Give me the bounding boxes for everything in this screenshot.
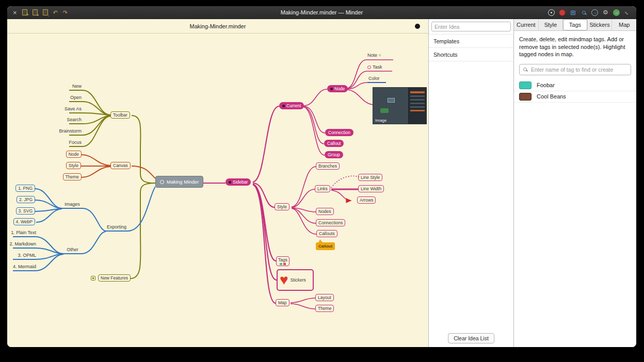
map-node-jpg[interactable]: 2. JPG [17,196,35,203]
map-node-png[interactable]: 1. PNG [15,185,35,192]
map-node-links[interactable]: Links [315,185,330,192]
undo-icon[interactable]: ↶ [53,10,58,15]
fullscreen-icon[interactable]: ↔ [624,9,631,16]
map-node-save-as[interactable]: Save As [45,106,82,111]
map-node-current[interactable]: Current [279,102,304,109]
map-node-new[interactable]: New [45,84,82,89]
map-node-callouts[interactable]: Callouts [316,230,337,237]
idea-input[interactable] [431,22,511,31]
settings-gear-icon[interactable]: ⚙ [602,9,609,16]
map-node-open[interactable]: Open [45,95,82,100]
map-node-arrows[interactable]: Arrows [357,196,376,204]
redo-icon[interactable]: ↷ [63,10,68,15]
save-document-icon[interactable] [43,9,48,15]
heart-sticker-icon: ♥ [280,273,288,287]
connection-label: Connection [328,130,350,135]
teal-swatch-icon [280,263,282,265]
inspector-panel: Current Style Tags Stickers Map Create, … [514,19,636,347]
map-node-search[interactable]: Search [45,117,82,122]
map-node-image-thumbnail[interactable]: Image [373,87,427,124]
map-node-map[interactable]: Map [276,299,289,306]
map-node-canvas-style[interactable]: Style [66,162,81,169]
document-title: Making-Minder.minder [190,23,246,29]
map-node-canvas-theme[interactable]: Theme [63,173,82,180]
idea-list-item-shortcuts[interactable]: Shortcuts [429,48,513,61]
map-node-nodes[interactable]: Nodes [316,208,334,215]
export-icon[interactable]: → [591,9,598,16]
tag-swatches [278,263,287,265]
map-node-new-features[interactable]: New Features [98,274,131,282]
new-document-icon[interactable] [22,9,27,15]
tag-list: Foobar Cool Beans [514,80,636,103]
map-node-canvas[interactable]: Canvas [110,162,131,169]
tab-stickers[interactable]: Stickers [588,19,613,30]
map-node-opml[interactable]: 3. OPML [7,253,36,258]
focus-mode-icon[interactable]: → [613,9,620,16]
link-badge-icon [91,276,95,281]
map-node-line-style[interactable]: Line Style [358,174,382,181]
inspector-tab-bar: Current Style Tags Stickers Map [514,19,636,31]
close-button[interactable]: × [13,9,17,16]
map-node-brainstorm[interactable]: Brainstorm [45,128,82,134]
callout-sticker[interactable]: Callout [316,242,335,250]
tag-name: Foobar [537,82,555,88]
node-label: Node [334,86,345,91]
map-node-line-width[interactable]: Line Width [358,185,384,192]
tag-search-box[interactable] [519,64,631,75]
thumbnail-shape [380,108,389,113]
color-label: Color [368,76,380,81]
map-node-task[interactable]: Task [367,64,382,70]
clear-idea-list-button[interactable]: Clear Idea List [448,333,494,343]
map-node-toolbar[interactable]: Toolbar [110,111,130,119]
idea-list: Templates Shortcuts [429,34,513,61]
map-node-focus[interactable]: Focus [45,140,82,145]
map-node-callout[interactable]: Callout [324,140,344,147]
map-node-tags[interactable]: Tags [276,256,289,266]
thumbnail-shape [388,98,395,103]
map-node-markdown[interactable]: 2. Markdown [7,241,36,246]
idea-panel: Templates Shortcuts Clear Idea List [428,19,514,347]
titlebar-right-actions: ⊞ → ⚙ → ↔ [548,9,636,16]
note-lines-icon: ≡ [379,53,381,58]
map-node-connections[interactable]: Connections [316,219,345,226]
map-node-images[interactable]: Images [62,202,83,207]
map-node-sidebar[interactable]: Sidebar [226,178,251,186]
record-icon[interactable] [559,9,566,16]
tag-row-cool-beans[interactable]: Cool Beans [514,91,636,103]
idea-list-item-templates[interactable]: Templates [429,35,513,48]
tab-tags[interactable]: Tags [563,19,588,30]
tab-style[interactable]: Style [539,19,564,30]
map-node-root[interactable]: Making Minder [155,176,203,188]
map-node-style[interactable]: Style [275,203,289,210]
brainstorm-bulb-icon[interactable] [548,9,555,16]
map-node-mermaid[interactable]: 4. Mermaid [7,264,36,269]
tab-current[interactable]: Current [514,19,539,30]
map-node-map-theme[interactable]: Theme [315,305,334,312]
map-node-other[interactable]: Other [63,247,82,252]
node-dot-icon [282,105,285,107]
document-title-bar: Making-Minder.minder [7,19,428,34]
map-node-current-node[interactable]: Node [327,85,348,92]
map-node-note[interactable]: Note ≡ [367,53,381,58]
map-node-color[interactable]: Color [368,76,380,81]
map-node-branches[interactable]: Branches [316,162,340,170]
zoom-icon[interactable] [581,9,587,16]
map-node-connection[interactable]: Connection [325,129,353,136]
mindmap-canvas[interactable]: Making-Minder.minder [7,19,428,347]
map-node-plain-text[interactable]: 1. Plain Text [7,230,36,235]
current-label: Current [286,103,301,108]
map-node-layout[interactable]: Layout [315,294,334,301]
tab-map[interactable]: Map [612,19,636,30]
map-node-svg[interactable]: 3. SVG [16,207,35,215]
tag-search-input[interactable] [530,66,627,73]
map-node-webp[interactable]: 4. WebP [13,218,35,225]
map-node-canvas-node[interactable]: Node [66,151,82,158]
map-node-exporting[interactable]: Exporting [106,224,127,229]
map-node-stickers[interactable]: ♥ Stickers [277,269,314,291]
tag-row-foobar[interactable]: Foobar [514,80,636,91]
map-node-group[interactable]: Group [325,151,343,158]
stickers-label: Stickers [291,277,306,283]
titlebar-left-actions: × ↶ ↷ [7,9,68,16]
open-document-icon[interactable] [33,9,38,15]
grid-view-icon[interactable]: ⊞ [570,9,576,16]
